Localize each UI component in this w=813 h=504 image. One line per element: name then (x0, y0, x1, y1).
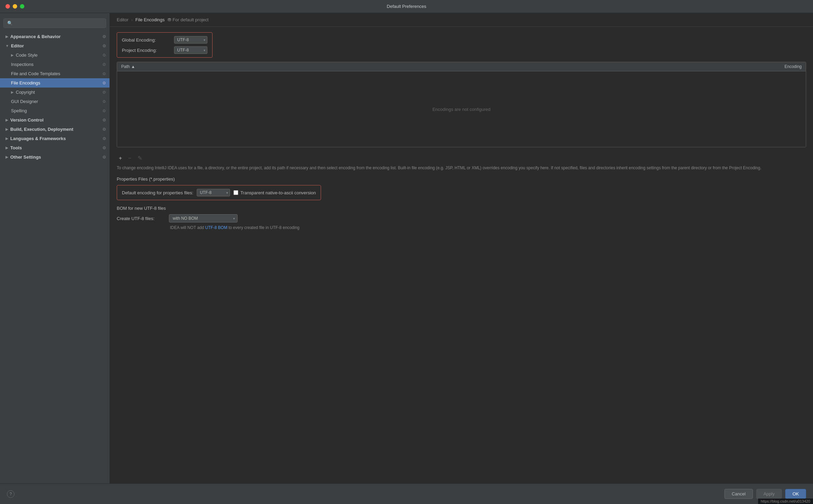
settings-icon: ⚙ (102, 90, 106, 95)
sidebar-item-label: Other Settings (10, 154, 41, 160)
properties-encoding-select-wrapper[interactable]: UTF-8 UTF-16 ISO-8859-1 (197, 189, 230, 196)
sidebar-item-languages-frameworks[interactable]: ▶ Languages & Frameworks ⚙ (0, 134, 110, 143)
chevron-right-icon: ▶ (5, 155, 8, 159)
settings-icon: ⚙ (102, 99, 106, 104)
sidebar: 🔍 ▶ Appearance & Behavior ⚙ ▼ Editor ⚙ ▶… (0, 13, 110, 483)
maximize-button[interactable] (20, 4, 24, 9)
sidebar-item-code-style[interactable]: ▶ Code Style ⚙ (0, 50, 110, 60)
sidebar-item-label: Code Style (16, 53, 38, 58)
chevron-down-icon: ▼ (5, 44, 9, 48)
properties-section-title: Properties Files (*.properties) (117, 176, 806, 182)
settings-icon: ⚙ (102, 108, 106, 113)
transparent-label: Transparent native-to-ascii conversion (240, 190, 316, 195)
bom-section-title: BOM for new UTF-8 files (117, 206, 806, 211)
sidebar-item-build-execution[interactable]: ▶ Build, Execution, Deployment ⚙ (0, 125, 110, 134)
project-encoding-select-wrapper[interactable]: UTF-8 UTF-16 ISO-8859-1 (174, 46, 207, 54)
transparent-checkbox-wrapper[interactable]: Transparent native-to-ascii conversion (233, 190, 316, 195)
apply-button[interactable]: Apply (756, 489, 782, 499)
search-input[interactable] (15, 21, 102, 26)
bom-info-text: IDEA will NOT add (170, 225, 205, 230)
sidebar-item-label: Copyright (16, 90, 35, 95)
help-button[interactable]: ? (7, 490, 14, 498)
sidebar-item-gui-designer[interactable]: GUI Designer ⚙ (0, 97, 110, 106)
settings-icon: ⚙ (102, 146, 106, 150)
sidebar-item-tools[interactable]: ▶ Tools ⚙ (0, 143, 110, 152)
properties-encoding-box: Default encoding for properties files: U… (117, 185, 321, 200)
sidebar-item-label: Spelling (11, 108, 27, 113)
table-toolbar: + − ✎ (117, 151, 806, 165)
add-encoding-button[interactable]: + (117, 154, 124, 162)
bom-info-text2: to every created file in UTF-8 encoding (229, 225, 300, 230)
global-encoding-label: Global Encoding: (122, 37, 170, 43)
breadcrumb-editor: Editor (117, 17, 128, 22)
settings-icon: ⚙ (102, 155, 106, 160)
sidebar-item-copyright[interactable]: ▶ Copyright ⚙ (0, 88, 110, 97)
global-encoding-row: Global Encoding: UTF-8 UTF-16 ISO-8859-1 (122, 36, 207, 44)
global-encoding-select-wrapper[interactable]: UTF-8 UTF-16 ISO-8859-1 (174, 36, 207, 44)
transparent-checkbox[interactable] (233, 190, 238, 195)
settings-icon: ⚙ (102, 53, 106, 58)
sidebar-item-label: GUI Designer (11, 99, 38, 104)
table-body: Encodings are not configured (117, 71, 806, 147)
settings-icon: ⚙ (102, 127, 106, 132)
breadcrumb-sep: › (131, 17, 133, 22)
bom-info-link[interactable]: UTF-8 BOM (205, 225, 227, 230)
main-layout: 🔍 ▶ Appearance & Behavior ⚙ ▼ Editor ⚙ ▶… (0, 13, 813, 483)
sidebar-item-label: Tools (10, 145, 22, 150)
encoding-column-header: Encoding (754, 64, 806, 69)
settings-icon: ⚙ (102, 71, 106, 76)
bom-create-label: Create UTF-8 files: (117, 216, 165, 221)
sidebar-item-spelling[interactable]: Spelling ⚙ (0, 106, 110, 115)
chevron-right-icon: ▶ (5, 137, 8, 140)
bom-section: BOM for new UTF-8 files Create UTF-8 fil… (117, 206, 806, 230)
global-encoding-select[interactable]: UTF-8 UTF-16 ISO-8859-1 (174, 36, 207, 44)
project-encoding-select[interactable]: UTF-8 UTF-16 ISO-8859-1 (174, 46, 207, 54)
info-text: To change encoding IntelliJ IDEA uses fo… (117, 165, 806, 171)
settings-icon: ⚙ (102, 62, 106, 67)
sidebar-item-label: File and Code Templates (11, 71, 60, 76)
settings-icon: ⚙ (102, 34, 106, 39)
bottom-bar: ? Cancel Apply OK (0, 483, 813, 504)
ok-button[interactable]: OK (785, 489, 806, 499)
project-encoding-row: Project Encoding: UTF-8 UTF-16 ISO-8859-… (122, 46, 207, 54)
minimize-button[interactable] (13, 4, 17, 9)
cancel-button[interactable]: Cancel (724, 489, 753, 499)
encodings-table: Path ▲ Encoding Encodings are not config… (117, 62, 806, 147)
window-title: Default Preferences (387, 4, 426, 9)
empty-message: Encodings are not configured (432, 107, 490, 112)
chevron-right-icon: ▶ (5, 146, 8, 150)
database-icon: ⛃ (168, 17, 171, 22)
sort-asc-icon: ▲ (131, 64, 135, 69)
bom-row: Create UTF-8 files: with NO BOM with BOM (117, 214, 806, 222)
sidebar-item-editor[interactable]: ▼ Editor ⚙ (0, 41, 110, 50)
sidebar-item-inspections[interactable]: Inspections ⚙ (0, 60, 110, 69)
bom-create-select[interactable]: with NO BOM with BOM (169, 214, 238, 222)
breadcrumb-current: File Encodings (135, 17, 164, 22)
bottom-left: ? (7, 490, 14, 498)
sidebar-item-file-code-templates[interactable]: File and Code Templates ⚙ (0, 69, 110, 78)
window-controls[interactable] (5, 4, 24, 9)
settings-icon: ⚙ (102, 44, 106, 48)
search-box[interactable]: 🔍 (3, 19, 106, 28)
sidebar-item-label: Appearance & Behavior (10, 34, 61, 39)
remove-encoding-button[interactable]: − (126, 154, 133, 162)
bottom-right: Cancel Apply OK (724, 489, 806, 499)
content-body: Global Encoding: UTF-8 UTF-16 ISO-8859-1… (110, 27, 813, 483)
sidebar-item-file-encodings[interactable]: File Encodings ⚙ (0, 78, 110, 88)
settings-icon: ⚙ (102, 118, 106, 123)
sidebar-item-appearance[interactable]: ▶ Appearance & Behavior ⚙ (0, 32, 110, 41)
chevron-right-icon: ▶ (5, 127, 8, 131)
table-header: Path ▲ Encoding (117, 62, 806, 71)
sidebar-item-version-control[interactable]: ▶ Version Control ⚙ (0, 115, 110, 125)
project-encoding-label: Project Encoding: (122, 48, 170, 53)
close-button[interactable] (5, 4, 10, 9)
breadcrumb: Editor › File Encodings ⛃ For default pr… (110, 13, 813, 27)
sidebar-item-other-settings[interactable]: ▶ Other Settings ⚙ (0, 152, 110, 162)
bom-select-wrapper[interactable]: with NO BOM with BOM (169, 214, 238, 222)
properties-encoding-select[interactable]: UTF-8 UTF-16 ISO-8859-1 (197, 189, 230, 196)
chevron-right-icon: ▶ (11, 53, 14, 57)
sidebar-item-label: File Encodings (11, 80, 40, 85)
edit-encoding-button[interactable]: ✎ (136, 154, 144, 162)
encoding-section: Global Encoding: UTF-8 UTF-16 ISO-8859-1… (117, 32, 213, 58)
properties-default-label: Default encoding for properties files: (122, 190, 193, 195)
